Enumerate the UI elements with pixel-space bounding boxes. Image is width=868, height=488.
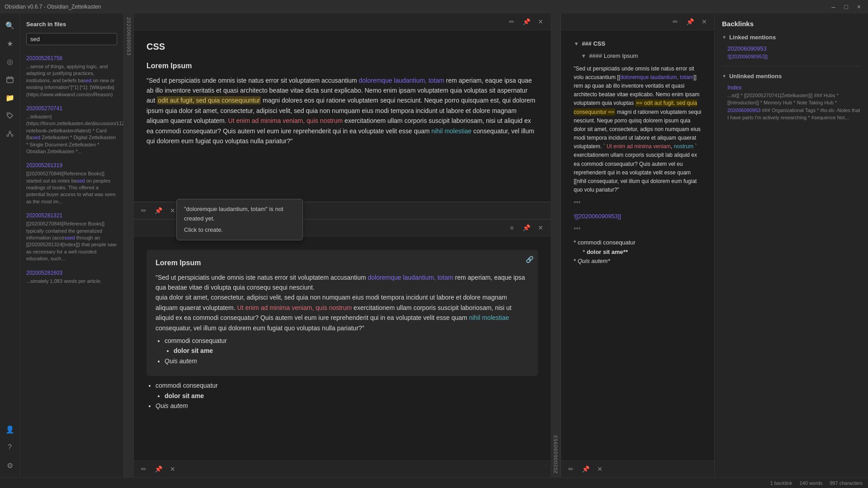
bottom-bullet-0: commodi consequatur dolor sit ame <box>156 380 538 401</box>
result-title-1: 202005270741 <box>26 105 117 112</box>
bottom-sub-list: dolor sit ame <box>156 391 538 401</box>
result-item-1[interactable]: 202005270741 ...telkasten] (https://foru… <box>20 102 123 159</box>
svg-point-4 <box>8 114 9 115</box>
right-bullet-0-sub: * dolor sit ame** <box>574 248 702 257</box>
right-pin-btn[interactable]: 📌 <box>684 15 696 28</box>
middle-col: 202006090953 ✏ 📌 ✕ CSS Lorem Ipsum "Sed … <box>124 14 561 477</box>
unlinked-index-label[interactable]: Index <box>727 84 861 91</box>
pane-top-toolbar-top: ✏ 📌 ✕ <box>134 14 551 30</box>
tag-rail-icon[interactable] <box>2 108 18 124</box>
result-text-3: [[202005270846[Reference Books]] typical… <box>26 221 117 262</box>
right-edit-btn-b[interactable]: ✏ <box>565 463 577 475</box>
person-rail-icon[interactable]: 👤 <box>2 421 18 437</box>
pin-button-top-b[interactable]: 📌 <box>152 204 165 217</box>
right-sep-1: *** <box>574 199 702 208</box>
link-nihil-top[interactable]: nihil molestiae <box>431 127 472 135</box>
star-rail-icon[interactable]: ★ <box>2 35 18 52</box>
right-editor-panel: ✏ 📌 ✕ ▼ ### CSS ▼ #### Lorem Ipsum "Sed … <box>561 14 714 477</box>
link-nihil-bottom[interactable]: nihil molestiae <box>469 314 509 321</box>
graph-rail-icon[interactable]: ◎ <box>2 53 18 70</box>
close-pane-button-top[interactable]: ✕ <box>534 15 547 28</box>
search-input[interactable] <box>26 33 117 45</box>
right-link-1[interactable]: doloremque laudantium, totam <box>620 74 693 80</box>
linked-mentions-header[interactable]: ▼ Linked mentions <box>715 31 868 43</box>
editor-content-bottom: 🔗 Lorem Ipsum "Sed ut perspiciatis unde … <box>134 236 551 460</box>
right-editor-top-toolbar: ✏ 📌 ✕ <box>561 14 714 30</box>
folder-rail-icon[interactable]: 📁 <box>2 89 18 106</box>
text-red-bottom: Ut enim ad minima veniam, quis nostrum <box>237 304 352 311</box>
editor-subheading-lorem-bottom: Lorem Ipsum <box>156 257 529 269</box>
sub-bullet-item-0: dolor sit ame <box>174 346 529 356</box>
edit-button-top-b[interactable]: ✏ <box>137 204 150 217</box>
close-pane-button-bottom[interactable]: ✕ <box>534 221 547 234</box>
result-title-2: 202005281319 <box>26 162 117 169</box>
bottom-sub-bullet-0: dolor sit ame <box>165 391 538 401</box>
right-bullet-1: * Quis autem* <box>574 257 702 266</box>
statusbar-words: 140 words <box>799 480 822 486</box>
editor-subheading-lorem: Lorem Ipsum <box>146 60 538 72</box>
unlinked-mentions-header[interactable]: ▼ Unlinked mentions <box>715 70 868 82</box>
calendar-rail-icon[interactable] <box>2 71 18 88</box>
icon-rail: 🔍 ★ ◎ 📁 👤 ? ⚙ <box>0 14 20 477</box>
pane-toolbar-bottom: ✏ 📌 ✕ ··· <box>134 460 551 477</box>
result-item-3[interactable]: 202005281321 [[202005270846[Reference Bo… <box>20 209 123 266</box>
result-text-2: [[202005270846[Reference Books]] started… <box>26 170 117 205</box>
minimize-button[interactable]: – <box>829 2 838 11</box>
unlinked-index-item: Index ...ist]] * [[202005270741[Zettelka… <box>715 82 868 123</box>
close-button[interactable]: × <box>854 2 863 11</box>
list-button-bottom[interactable]: ≡ <box>505 221 518 234</box>
link-icon-outline[interactable]: 🔗 <box>526 254 533 264</box>
outline-subheading-label: #### Lorem Ipsum <box>589 52 638 61</box>
linked-chevron-icon: ▼ <box>722 35 726 40</box>
pin-button-bottom[interactable]: 📌 <box>520 221 533 234</box>
result-item-0[interactable]: 202005261756 ...sense of things, applyin… <box>20 52 123 102</box>
unlinked-mentions-label: Unlinked mentions <box>729 73 782 80</box>
right-pin-btn-b[interactable]: 📌 <box>579 463 592 475</box>
editor-main: ✏ 📌 ✕ CSS Lorem Ipsum "Sed ut perspiciat… <box>134 14 551 477</box>
linked-mentions-label: Linked mentions <box>729 34 776 41</box>
backlink-sublink-text-0[interactable]: ![[202006090953]] <box>727 54 768 59</box>
result-text-1: ...telkasten] (https://forum.zettelkaste… <box>26 113 117 155</box>
right-editor-content: ▼ ### CSS ▼ #### Lorem Ipsum "Sed ut per… <box>561 30 714 460</box>
link-doloremque-top[interactable]: doloremque laudantium, totam <box>359 77 444 84</box>
close-button-bottom-b[interactable]: ✕ <box>166 463 179 475</box>
editor-paragraph-top: "Sed ut perspiciatis unde omnis iste nat… <box>146 75 538 146</box>
right-close-btn[interactable]: ✕ <box>698 15 711 28</box>
edit-button-top[interactable]: ✏ <box>505 15 518 28</box>
bullet-item-1: Quis autem <box>165 356 529 366</box>
outline-heading-css: ### CSS <box>582 39 605 49</box>
link-doloremque-bottom[interactable]: doloremque laudantium, totam <box>368 274 453 281</box>
search-rail-icon[interactable]: 🔍 <box>2 17 18 33</box>
right-green-text: nostrum <box>674 143 693 150</box>
pin-button-bottom-b[interactable]: 📌 <box>152 463 165 475</box>
help-rail-icon[interactable]: ? <box>2 439 18 455</box>
right-embed: ![[202006090953]] <box>574 212 702 221</box>
edit-button-bottom[interactable]: ✏ <box>137 463 150 475</box>
svg-point-5 <box>9 131 11 133</box>
text-red-top: Ut enim ad minima veniam, quis nostrum <box>228 117 343 124</box>
network-rail-icon[interactable] <box>2 126 18 142</box>
result-text-0: ...sense of things, applying logic, and … <box>26 63 117 98</box>
maximize-button[interactable]: □ <box>841 2 850 11</box>
backlink-link-0[interactable]: 202006090953 <box>727 45 861 52</box>
settings-rail-icon[interactable]: ⚙ <box>2 457 18 474</box>
result-text-4: ...ximately 1,083 words per article. <box>26 278 117 285</box>
search-panel-title: Search in files <box>20 14 123 31</box>
right-body-text: "Sed ut perspiciatis unde omnis iste nat… <box>574 65 702 195</box>
pin-button-top[interactable]: 📌 <box>520 15 533 28</box>
result-item-2[interactable]: 202005281319 [[202005270846[Reference Bo… <box>20 159 123 209</box>
section-divider <box>722 66 861 66</box>
unlinked-chevron-icon: ▼ <box>722 74 726 79</box>
right-close-btn-b[interactable]: ✕ <box>594 463 606 475</box>
result-item-4[interactable]: 202005281603 ...ximately 1,083 words per… <box>20 266 123 288</box>
vert-strip-left: 202006090953 <box>124 14 134 477</box>
bullet-list-outline: commodi consequatur dolor sit ame Quis a… <box>156 336 529 366</box>
titlebar-controls: – □ × <box>829 2 863 11</box>
left-panel: Search in files 202005261756 ...sense of… <box>20 14 124 477</box>
result-title-3: 202005281321 <box>26 212 117 219</box>
svg-point-7 <box>11 135 13 136</box>
editor-wrapper: 202006090953 ✏ 📌 ✕ CSS Lorem Ipsum "Sed … <box>124 14 561 477</box>
right-edit-btn[interactable]: ✏ <box>669 15 682 28</box>
result-title-4: 202005281603 <box>26 270 117 276</box>
editor-paragraph-bottom: "Sed ut perspiciatis unde omnis iste nat… <box>156 272 529 333</box>
